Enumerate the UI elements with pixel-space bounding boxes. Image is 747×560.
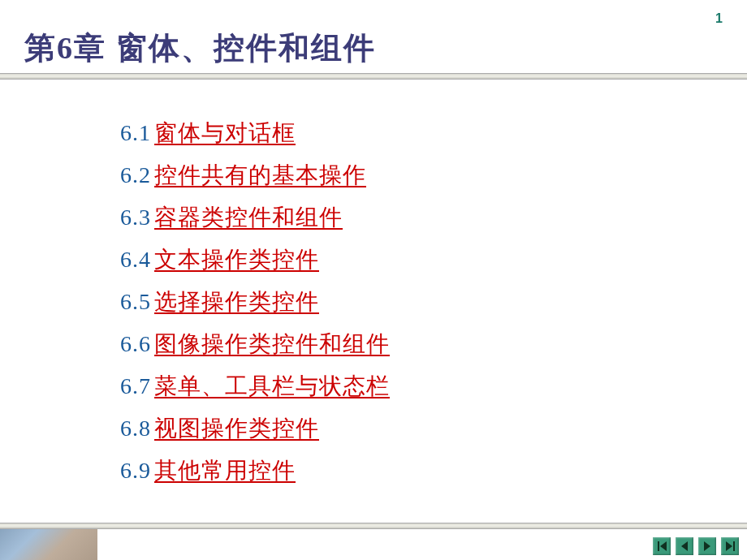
toc-number: 6.5	[120, 281, 151, 323]
toc-item: 6.9 其他常用控件	[120, 450, 390, 492]
toc-link[interactable]: 选择操作类控件	[154, 281, 319, 323]
toc-link[interactable]: 控件共有的基本操作	[154, 154, 366, 196]
toc-number: 6.7	[120, 365, 151, 407]
toc-number: 6.3	[120, 196, 151, 239]
toc-item: 6.8 视图操作类控件	[120, 407, 390, 450]
chapter-title: 第6章 窗体、控件和组件	[24, 28, 376, 69]
toc-number: 6.6	[120, 323, 151, 365]
next-icon	[704, 541, 710, 551]
toc-item: 6.2 控件共有的基本操作	[120, 154, 390, 196]
toc-number: 6.1	[120, 112, 151, 154]
toc-link[interactable]: 窗体与对话框	[154, 112, 296, 154]
first-icon	[658, 541, 659, 551]
toc-item: 6.6 图像操作类控件和组件	[120, 323, 390, 365]
nav-button-group	[653, 537, 739, 555]
first-icon	[660, 541, 667, 551]
toc-number: 6.2	[120, 154, 151, 196]
toc-link[interactable]: 视图操作类控件	[154, 407, 319, 450]
toc-number: 6.9	[120, 450, 151, 492]
top-divider	[0, 73, 747, 80]
toc-item: 6.1 窗体与对话框	[120, 112, 390, 154]
last-icon	[726, 541, 732, 551]
first-slide-button[interactable]	[653, 537, 671, 555]
last-icon	[733, 541, 735, 551]
toc-item: 6.4 文本操作类控件	[120, 239, 390, 281]
toc-link[interactable]: 容器类控件和组件	[154, 196, 343, 239]
prev-icon	[681, 541, 688, 551]
toc-link[interactable]: 其他常用控件	[154, 450, 296, 492]
page-number: 1	[715, 11, 723, 26]
toc-item: 6.5 选择操作类控件	[120, 281, 390, 323]
next-slide-button[interactable]	[698, 537, 716, 555]
previous-slide-button[interactable]	[676, 537, 693, 555]
toc-number: 6.4	[120, 239, 151, 281]
footer-decoration	[0, 529, 97, 560]
toc-link[interactable]: 图像操作类控件和组件	[154, 323, 390, 365]
toc-item: 6.3 容器类控件和组件	[120, 196, 390, 239]
toc-number: 6.8	[120, 407, 151, 450]
bottom-divider	[0, 523, 747, 529]
table-of-contents: 6.1 窗体与对话框 6.2 控件共有的基本操作 6.3 容器类控件和组件 6.…	[120, 112, 390, 492]
toc-link[interactable]: 文本操作类控件	[154, 239, 319, 281]
toc-link[interactable]: 菜单、工具栏与状态栏	[154, 365, 390, 407]
last-slide-button[interactable]	[721, 537, 739, 555]
toc-item: 6.7 菜单、工具栏与状态栏	[120, 365, 390, 407]
